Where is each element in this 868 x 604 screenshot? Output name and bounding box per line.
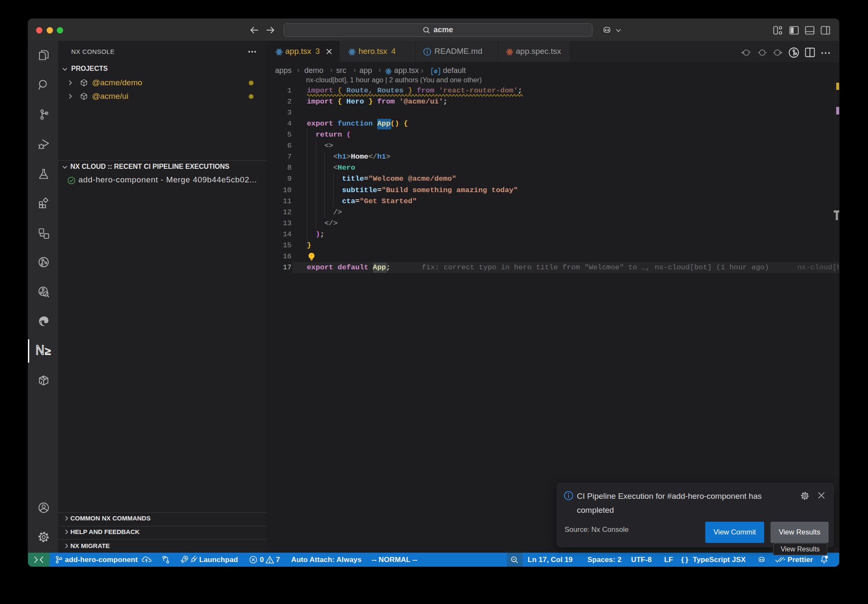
svg-text:≥: ≥ (45, 345, 51, 357)
svg-text:N: N (36, 343, 45, 357)
